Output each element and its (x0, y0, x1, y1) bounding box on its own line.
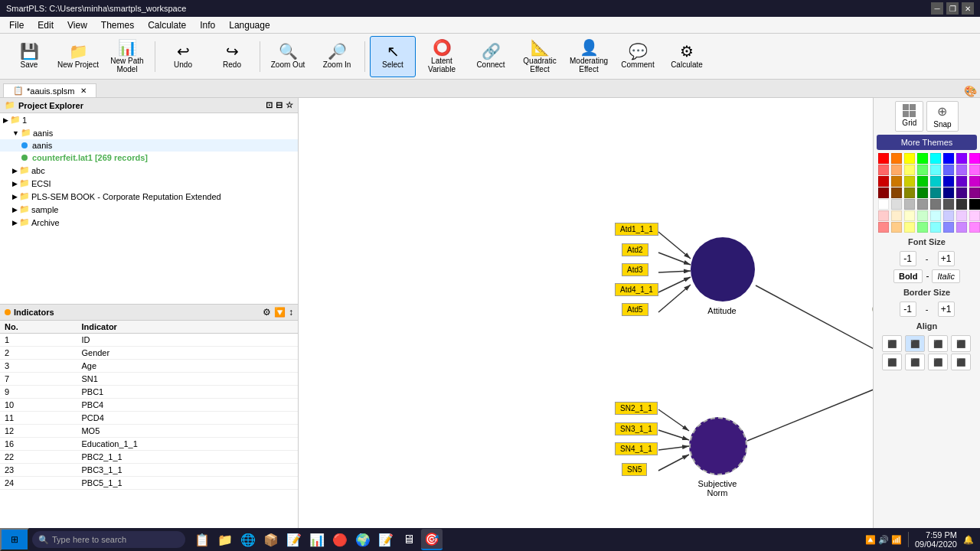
color-cell[interactable] (956, 210, 967, 221)
taskbar-search[interactable]: 🔍 Type here to search (32, 531, 185, 548)
tree-item-pls[interactable]: ▶ 📁 PLS-SEM BOOK - Corporate Reputation … (0, 190, 298, 203)
color-cell[interactable] (891, 187, 902, 198)
taskbar-app-explorer[interactable]: 📁 (214, 529, 236, 550)
undo-button[interactable]: ↩ Undo (160, 36, 206, 77)
color-cell[interactable] (943, 176, 954, 187)
color-cell[interactable] (930, 187, 941, 198)
expand-icon[interactable]: ⊡ (266, 100, 273, 110)
color-cell[interactable] (904, 165, 915, 175)
tab-close-icon[interactable]: ✕ (80, 86, 87, 95)
color-cell[interactable] (969, 210, 980, 221)
color-cell[interactable] (943, 165, 954, 175)
tree-item-abc[interactable]: ▶ 📁 abc (0, 164, 298, 177)
attitude-node[interactable] (691, 237, 755, 302)
align-center[interactable]: ⬛ (905, 354, 925, 370)
menu-themes[interactable]: Themes (95, 18, 140, 32)
grid-button[interactable]: Grid (895, 101, 923, 132)
table-row[interactable]: 1ID (0, 334, 298, 347)
sort-icon[interactable]: ↕ (289, 307, 293, 318)
table-row[interactable]: 3Age (0, 360, 298, 373)
color-cell[interactable] (904, 210, 915, 221)
color-cell[interactable] (930, 153, 941, 164)
color-cell[interactable] (969, 222, 980, 233)
sn5-box[interactable]: SN5 (622, 463, 647, 476)
notification-icon[interactable]: 🔔 (963, 535, 974, 545)
sn4-box[interactable]: SN4_1_1 (615, 442, 658, 455)
taskbar-app-edge[interactable]: 🌐 (237, 529, 259, 550)
table-row[interactable]: 24PBC5_1_1 (0, 477, 298, 490)
table-row[interactable]: 23PBC3_1_1 (0, 464, 298, 477)
color-cell[interactable] (891, 222, 902, 233)
zoom-out-button[interactable]: 🔍 Zoom Out (265, 36, 311, 77)
atd2-box[interactable]: Atd2 (622, 243, 648, 256)
color-cell[interactable] (917, 187, 928, 198)
taskbar-app-excel[interactable]: 📊 (306, 529, 328, 550)
new-path-model-button[interactable]: 📊 New Path Model (104, 36, 150, 77)
color-cell[interactable] (878, 199, 889, 210)
color-cell[interactable] (917, 222, 928, 233)
tree-item-sample[interactable]: ▶ 📁 sample (0, 203, 298, 216)
taskbar-app-acrobat[interactable]: 🔴 (329, 529, 351, 550)
color-cell[interactable] (956, 187, 967, 198)
menu-calculate[interactable]: Calculate (142, 18, 192, 32)
border-plus-button[interactable]: +1 (938, 302, 955, 317)
color-cell[interactable] (891, 153, 902, 164)
italic-button[interactable]: Italic (932, 269, 960, 283)
filter-icon[interactable]: ⚙ (263, 307, 271, 318)
new-project-button[interactable]: 📁 New Project (55, 36, 101, 77)
color-cell[interactable] (878, 176, 889, 187)
filter2-icon[interactable]: 🔽 (274, 307, 286, 318)
taskbar-app-monitor[interactable]: 🖥 (398, 529, 420, 550)
color-cell[interactable] (930, 176, 941, 187)
color-cell[interactable] (904, 222, 915, 233)
color-cell[interactable] (917, 210, 928, 221)
sn2-box[interactable]: SN2_1_1 (615, 402, 658, 415)
color-cell[interactable] (956, 199, 967, 210)
indicators-table-scroll[interactable]: No. Indicator 1ID2Gender3Age7SN19PBC110P… (0, 321, 298, 528)
tree-item-counterfeit[interactable]: counterfeit.lat1 [269 records] (0, 152, 298, 164)
color-cell[interactable] (878, 210, 889, 221)
color-cell[interactable] (904, 153, 915, 164)
color-cell[interactable] (878, 153, 889, 164)
save-button[interactable]: 💾 Save (6, 36, 52, 77)
color-cell[interactable] (956, 165, 967, 175)
color-cell[interactable] (930, 165, 941, 175)
taskbar-app-files[interactable]: 📋 (191, 529, 213, 550)
color-cell[interactable] (917, 153, 928, 164)
font-plus-button[interactable]: +1 (938, 251, 955, 266)
atd3-box[interactable]: Atd3 (622, 263, 648, 276)
color-cell[interactable] (969, 176, 980, 187)
taskbar-datetime[interactable]: 7:59 PM 09/04/2020 (915, 530, 957, 549)
comment-button[interactable]: 💬 Comment (615, 36, 661, 77)
tree-item[interactable]: ▶ 📁 1 (0, 113, 298, 126)
theme-icon[interactable]: 🎨 (964, 85, 977, 97)
menu-view[interactable]: View (61, 18, 93, 32)
color-cell[interactable] (956, 153, 967, 164)
table-row[interactable]: 7SN1 (0, 373, 298, 386)
color-cell[interactable] (891, 176, 902, 187)
align-left-top[interactable]: ⬛ (882, 335, 902, 352)
color-cell[interactable] (943, 199, 954, 210)
color-cell[interactable] (943, 153, 954, 164)
taskbar-app-store[interactable]: 📦 (260, 529, 282, 550)
table-row[interactable]: 9PBC1 (0, 386, 298, 399)
tab-main[interactable]: 📋 *aauis.splsm ✕ (3, 83, 96, 97)
atd4-box[interactable]: Atd4_1_1 (615, 283, 658, 296)
bold-button[interactable]: Bold (893, 269, 923, 283)
color-cell[interactable] (917, 199, 928, 210)
menu-info[interactable]: Info (194, 18, 221, 32)
taskbar-app-notepad[interactable]: 📝 (375, 529, 397, 550)
collapse-icon[interactable]: ⊟ (276, 100, 283, 110)
calculate-button[interactable]: ⚙ Calculate (664, 36, 710, 77)
color-cell[interactable] (930, 210, 941, 221)
align-right[interactable]: ⬛ (928, 354, 948, 370)
align-distribute[interactable]: ⬛ (951, 335, 971, 352)
start-button[interactable]: ⊞ (0, 528, 29, 551)
minimize-button[interactable]: ─ (931, 2, 943, 15)
color-cell[interactable] (878, 165, 889, 175)
color-cell[interactable] (956, 176, 967, 187)
border-minus-button[interactable]: -1 (900, 302, 916, 317)
color-cell[interactable] (969, 199, 980, 210)
sn3-box[interactable]: SN3_1_1 (615, 422, 658, 435)
atd1-box[interactable]: Atd1_1_1 (615, 223, 658, 236)
